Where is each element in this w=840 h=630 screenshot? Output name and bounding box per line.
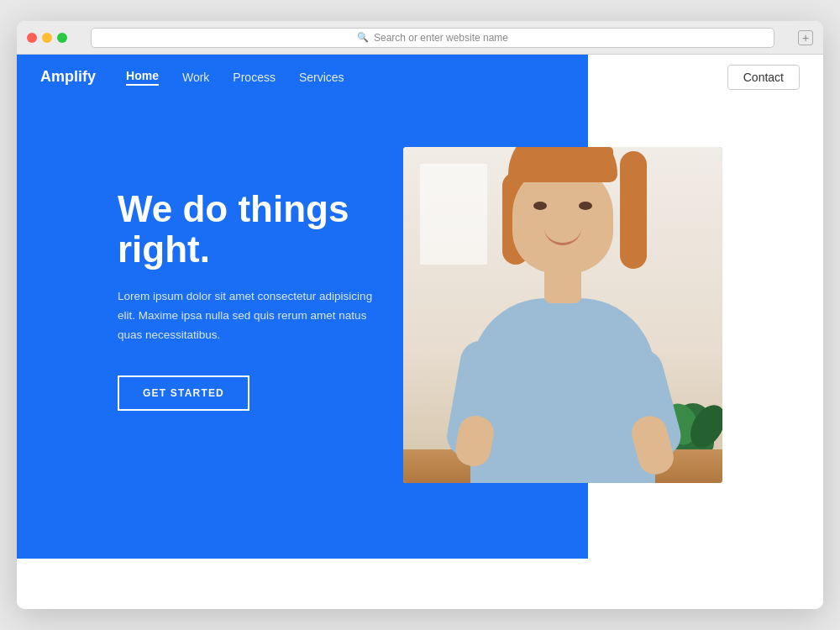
nav-logo[interactable]: Amplify [40,68,96,86]
search-icon: 🔍 [357,32,369,43]
traffic-lights [27,33,67,43]
hero-subtitle: Lorem ipsum dolor sit amet consectetur a… [118,287,386,345]
person-figure [403,147,722,483]
new-tab-button[interactable]: + [798,30,813,45]
nav-links: Home Work Process Services [126,69,344,86]
browser-chrome: 🔍 Search or enter website name + [17,21,823,55]
nav-link-services[interactable]: Services [299,71,344,84]
hero-content: We do things right. Lorem ipsum dolor si… [118,189,386,411]
minimize-button[interactable] [42,33,52,43]
browser-actions: + [798,30,813,45]
maximize-button[interactable] [57,33,67,43]
navbar: Amplify Home Work Process Services Conta… [17,55,823,99]
hero-title: We do things right. [118,189,386,270]
page-content: Amplify Home Work Process Services Conta… [17,55,823,609]
cta-button[interactable]: GET STARTED [118,375,249,411]
address-bar[interactable]: 🔍 Search or enter website name [91,28,774,48]
nav-link-work[interactable]: Work [182,71,209,84]
nav-link-process[interactable]: Process [233,71,276,84]
address-text: Search or enter website name [374,32,508,44]
close-button[interactable] [27,33,37,43]
browser-window: 🔍 Search or enter website name + Amplify… [17,21,823,609]
person-image [403,147,722,483]
white-bottom-strip [17,559,588,609]
nav-link-home[interactable]: Home [126,69,159,86]
contact-button[interactable]: Contact [727,65,800,90]
